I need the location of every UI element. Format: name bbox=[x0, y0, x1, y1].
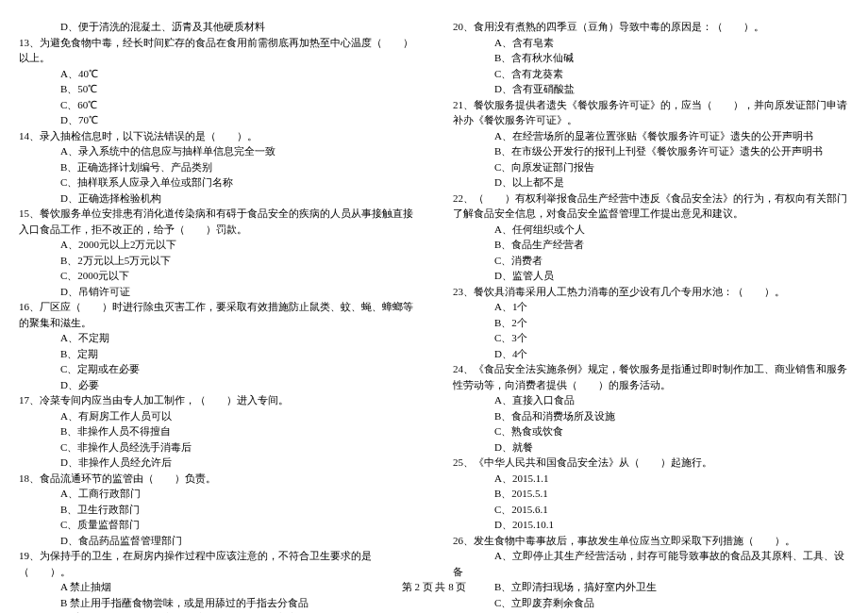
option-text: A、含有皂素 bbox=[453, 35, 849, 51]
option-text: B、正确选择计划编号、产品类别 bbox=[19, 159, 415, 175]
option-text: C、抽样联系人应录入单位或部门名称 bbox=[19, 174, 415, 191]
option-text: C、立即废弃剩余食品 bbox=[453, 595, 849, 611]
option-text: C、2000元以下 bbox=[19, 268, 415, 284]
option-text: C、60℃ bbox=[19, 97, 415, 113]
option-text: B、立即清扫现场，搞好室内外卫生 bbox=[453, 579, 849, 595]
question-text: 21、餐饮服务提供者遗失《餐饮服务许可证》的，应当（ ），并向原发证部门申请补办… bbox=[453, 97, 849, 128]
left-column: D、便于清洗的混凝土、沥青及其他硬质材料13、为避免食物中毒，经长时间贮存的食品… bbox=[0, 19, 434, 575]
question-text: 19、为保持手的卫生，在厨房内操作过程中应该注意的，不符合卫生要求的是（ ）。 bbox=[19, 548, 415, 579]
question-text: 16、厂区应（ ）时进行除虫灭害工作，要采取有效措施防止鼠类、蚊、蝇、蟑螂等的聚… bbox=[19, 299, 415, 330]
option-text: B、2个 bbox=[453, 315, 849, 331]
option-text: D、2015.10.1 bbox=[453, 517, 849, 533]
option-text: B、含有秋水仙碱 bbox=[453, 50, 849, 66]
option-text: A、直接入口食品 bbox=[453, 392, 849, 408]
option-text: D、以上都不是 bbox=[453, 174, 849, 191]
option-text: D、就餐 bbox=[453, 439, 849, 456]
question-text: 17、冷菜专间内应当由专人加工制作，（ ）进入专间。 bbox=[19, 392, 415, 408]
option-text: D、食品药品监督管理部门 bbox=[19, 533, 415, 549]
option-text: C、非操作人员经洗手消毒后 bbox=[19, 439, 415, 456]
option-text: B 禁止用手指蘸食物尝味，或是用舔过的手指去分食品 bbox=[19, 595, 415, 611]
option-text: C、2015.6.1 bbox=[453, 502, 849, 518]
option-text: B、非操作人员不得擅自 bbox=[19, 423, 415, 439]
option-text: C、消费者 bbox=[453, 253, 849, 269]
right-column: 20、食用没有煮熟的四季豆（豆角）导致中毒的原因是：（ ）。A、含有皂素B、含有… bbox=[434, 19, 868, 575]
option-text: C、质量监督部门 bbox=[19, 517, 415, 533]
option-text: B、食品生产经营者 bbox=[453, 237, 849, 253]
question-text: 14、录入抽检信息时，以下说法错误的是（ ）。 bbox=[19, 128, 415, 144]
option-text: D、必要 bbox=[19, 377, 415, 393]
option-text: B、50℃ bbox=[19, 81, 415, 97]
option-text: B、2万元以上5万元以下 bbox=[19, 253, 415, 269]
option-text: A、不定期 bbox=[19, 330, 415, 346]
option-text: D、正确选择检验机构 bbox=[19, 191, 415, 207]
option-text: B、食品和消费场所及设施 bbox=[453, 408, 849, 424]
option-text: D、便于清洗的混凝土、沥青及其他硬质材料 bbox=[19, 19, 415, 35]
option-text: A、40℃ bbox=[19, 66, 415, 82]
option-text: D、吊销许可证 bbox=[19, 284, 415, 300]
option-text: A、2015.1.1 bbox=[453, 471, 849, 487]
option-text: B、2015.5.1 bbox=[453, 486, 849, 502]
question-text: 25、《中华人民共和国食品安全法》从（ ）起施行。 bbox=[453, 455, 849, 471]
option-text: B、卫生行政部门 bbox=[19, 502, 415, 518]
option-text: B、定期 bbox=[19, 346, 415, 362]
question-text: 22、（ ）有权利举报食品生产经营中违反《食品安全法》的行为，有权向有关部门了解… bbox=[453, 191, 849, 222]
question-text: 24、《食品安全法实施条例》规定，餐饮服务是指通过即时制作加工、商业销售和服务性… bbox=[453, 361, 849, 392]
option-text: A、在经营场所的显著位置张贴《餐饮服务许可证》遗失的公开声明书 bbox=[453, 128, 849, 144]
option-text: C、3个 bbox=[453, 330, 849, 346]
question-text: 23、餐饮具消毒采用人工热力消毒的至少设有几个专用水池：（ ）。 bbox=[453, 284, 849, 300]
option-text: A、2000元以上2万元以下 bbox=[19, 237, 415, 253]
option-text: C、熟食或饮食 bbox=[453, 423, 849, 439]
option-text: A、1个 bbox=[453, 299, 849, 315]
page-container: D、便于清洗的混凝土、沥青及其他硬质材料13、为避免食物中毒，经长时间贮存的食品… bbox=[0, 0, 868, 575]
question-text: 20、食用没有煮熟的四季豆（豆角）导致中毒的原因是：（ ）。 bbox=[453, 19, 849, 35]
option-text: B、在市级公开发行的报刊上刊登《餐饮服务许可证》遗失的公开声明书 bbox=[453, 143, 849, 159]
option-text: A、工商行政部门 bbox=[19, 486, 415, 502]
option-text: D、监管人员 bbox=[453, 268, 849, 284]
option-text: D、4个 bbox=[453, 346, 849, 362]
option-text: A、录入系统中的信息应与抽样单信息完全一致 bbox=[19, 143, 415, 159]
option-text: C、含有龙葵素 bbox=[453, 66, 849, 82]
question-text: 26、发生食物中毒事故后，事故发生单位应当立即采取下列措施（ ）。 bbox=[453, 533, 849, 549]
option-text: C、向原发证部门报告 bbox=[453, 159, 849, 175]
question-text: 18、食品流通环节的监管由（ ）负责。 bbox=[19, 471, 415, 487]
option-text: D、非操作人员经允许后 bbox=[19, 455, 415, 471]
option-text: A 禁止抽烟 bbox=[19, 579, 415, 595]
option-text: A、立即停止其生产经营活动，封存可能导致事故的食品及其原料、工具、设备 bbox=[453, 548, 849, 579]
question-text: 15、餐饮服务单位安排患有消化道传染病和有碍于食品安全的疾病的人员从事接触直接入… bbox=[19, 206, 415, 237]
option-text: D、含有亚硝酸盐 bbox=[453, 81, 849, 97]
question-text: 13、为避免食物中毒，经长时间贮存的食品在食用前需彻底再加热至中心温度（ ）以上… bbox=[19, 35, 415, 66]
option-text: D、70℃ bbox=[19, 112, 415, 128]
option-text: A、有厨房工作人员可以 bbox=[19, 408, 415, 424]
option-text: C、定期或在必要 bbox=[19, 361, 415, 377]
option-text: A、任何组织或个人 bbox=[453, 222, 849, 238]
